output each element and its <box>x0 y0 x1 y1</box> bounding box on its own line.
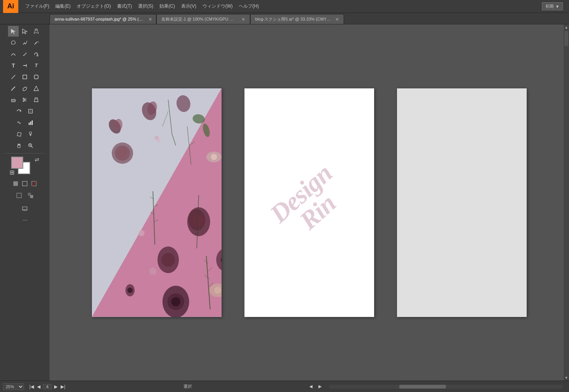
tab-3-label: blog-スクショ用5.ai* @ 33.33% (CMYK/GPU プレビュー… <box>255 16 331 22</box>
tab-3-close[interactable]: ✕ <box>334 17 340 22</box>
menu-window[interactable]: ウィンドウ(W) <box>199 2 236 11</box>
drawing-mode-icon[interactable] <box>25 190 36 201</box>
free-transform-tool[interactable] <box>14 129 24 139</box>
touch-type-tool[interactable]: T <box>31 60 42 71</box>
color-swatch-area: ⊞ ⇄ <box>10 157 40 176</box>
svg-text:+: + <box>37 40 39 44</box>
zoom-select[interactable]: 25% 50% 100% 200% <box>3 383 24 390</box>
prev-page-button[interactable]: ◀ <box>36 383 41 390</box>
menu-text[interactable]: 書式(T) <box>114 2 135 11</box>
next-page-button[interactable]: ▶ <box>53 383 58 390</box>
artboard-right-arrow[interactable]: ▶ <box>318 384 321 389</box>
paintbrush-tool[interactable] <box>8 83 19 94</box>
scroll-down-arrow[interactable]: ▼ <box>564 375 569 381</box>
toolbar: + T T T <box>0 24 50 381</box>
puppet-warp-tool[interactable] <box>25 129 36 139</box>
menu-help[interactable]: ヘルプ(H) <box>236 2 262 11</box>
scroll-thumb[interactable] <box>564 31 568 46</box>
menu-file[interactable]: ファイル(F) <box>22 2 52 11</box>
app-logo: Ai <box>3 0 18 13</box>
menu-effect[interactable]: 効果(C) <box>156 2 178 11</box>
page-number-input[interactable] <box>43 384 52 389</box>
screen-mode-button[interactable] <box>19 203 30 214</box>
tab-1-close[interactable]: ✕ <box>148 17 152 22</box>
graph-tool[interactable] <box>25 117 36 128</box>
last-page-button[interactable]: ▶| <box>60 383 66 390</box>
scroll-up-arrow[interactable]: ▲ <box>564 24 569 30</box>
line-tool[interactable] <box>8 72 19 82</box>
svg-rect-10 <box>34 75 38 79</box>
blob-brush-tool[interactable] <box>19 83 30 94</box>
knife-tool[interactable] <box>31 94 42 105</box>
svg-rect-25 <box>32 120 33 125</box>
zoom-control[interactable]: 25% 50% 100% 200% <box>3 383 24 390</box>
svg-line-87 <box>153 191 155 245</box>
stroke-color-mode[interactable] <box>21 179 29 188</box>
shaper-tool[interactable] <box>31 83 42 94</box>
first-page-button[interactable]: |◀ <box>29 383 35 390</box>
svg-rect-26 <box>17 132 21 136</box>
rotate-tool[interactable] <box>14 106 24 117</box>
svg-point-81 <box>214 287 221 294</box>
svg-point-27 <box>29 132 32 134</box>
workspace-button[interactable]: 初期 ▼ <box>542 2 563 10</box>
flowers-svg <box>92 88 222 317</box>
svg-point-72 <box>171 297 180 306</box>
horizontal-scroll-thumb[interactable] <box>399 385 446 389</box>
menu-select[interactable]: 選択(S) <box>135 2 156 11</box>
svg-line-8 <box>11 75 15 79</box>
vertical-type-tool[interactable]: T <box>19 60 30 71</box>
reset-colors[interactable]: ⊞ <box>10 169 14 176</box>
rounded-rect-tool[interactable] <box>31 72 42 82</box>
artboard-3 <box>397 88 527 317</box>
page-navigation: |◀ ◀ ▶ ▶| <box>29 383 66 390</box>
magic-wand-tool[interactable] <box>31 26 42 37</box>
zoom-tool[interactable] <box>25 140 36 151</box>
more-tools-button[interactable]: ··· <box>22 217 27 224</box>
fill-color-mode[interactable] <box>11 179 20 188</box>
menu-edit[interactable]: 編集(E) <box>52 2 74 11</box>
type-tool[interactable]: T <box>8 60 19 71</box>
tab-1[interactable]: anna-sullivan-687937-unsplash.jpg* @ 25%… <box>50 14 156 24</box>
warp-tool[interactable] <box>14 117 24 128</box>
artboard-left-arrow[interactable]: ◀ <box>309 384 312 389</box>
eraser-tool[interactable] <box>8 94 19 105</box>
horizontal-scrollbar[interactable] <box>329 385 563 389</box>
smooth-tool[interactable] <box>31 49 42 59</box>
main-area: + T T T <box>0 24 569 381</box>
svg-point-67 <box>161 253 175 267</box>
normal-mode-icon[interactable] <box>14 190 24 201</box>
scissor-tool[interactable] <box>19 94 30 105</box>
menu-view[interactable]: 表示(V) <box>178 2 199 11</box>
svg-line-2 <box>35 29 36 30</box>
svg-point-50 <box>118 149 127 158</box>
vertical-scrollbar[interactable]: ▲ ▼ <box>564 24 569 381</box>
foreground-color-swatch[interactable] <box>11 157 23 169</box>
curvature-tool[interactable] <box>8 49 19 59</box>
pen-tool[interactable] <box>19 37 30 48</box>
tab-2[interactable]: 名称未設定-1 @ 100% (CMYK/GPU プレビュー) ✕ <box>156 14 250 24</box>
transform-tool[interactable] <box>25 106 36 117</box>
swap-colors[interactable]: ⇄ <box>35 157 39 163</box>
svg-line-51 <box>168 100 172 134</box>
lasso-tool[interactable] <box>8 37 19 48</box>
pencil-tool[interactable] <box>19 49 30 59</box>
svg-point-47 <box>115 119 122 130</box>
svg-line-31 <box>31 146 33 148</box>
svg-line-89 <box>154 205 158 206</box>
tab-3[interactable]: blog-スクショ用5.ai* @ 33.33% (CMYK/GPU プレビュー… <box>250 14 344 24</box>
tab-2-close[interactable]: ✕ <box>241 17 246 22</box>
add-anchor-tool[interactable]: + <box>31 37 42 48</box>
select-tool[interactable] <box>8 26 19 37</box>
svg-line-53 <box>162 111 168 126</box>
svg-line-84 <box>208 267 212 271</box>
direct-select-tool[interactable] <box>19 26 30 37</box>
svg-point-79 <box>127 288 133 293</box>
svg-marker-11 <box>34 86 39 91</box>
menu-object[interactable]: オブジェクト(O) <box>74 2 114 11</box>
svg-line-52 <box>172 134 176 146</box>
svg-line-82 <box>206 256 210 309</box>
hand-tool[interactable] <box>14 140 24 151</box>
rect-tool[interactable] <box>19 72 30 82</box>
none-color-mode[interactable] <box>30 179 38 188</box>
